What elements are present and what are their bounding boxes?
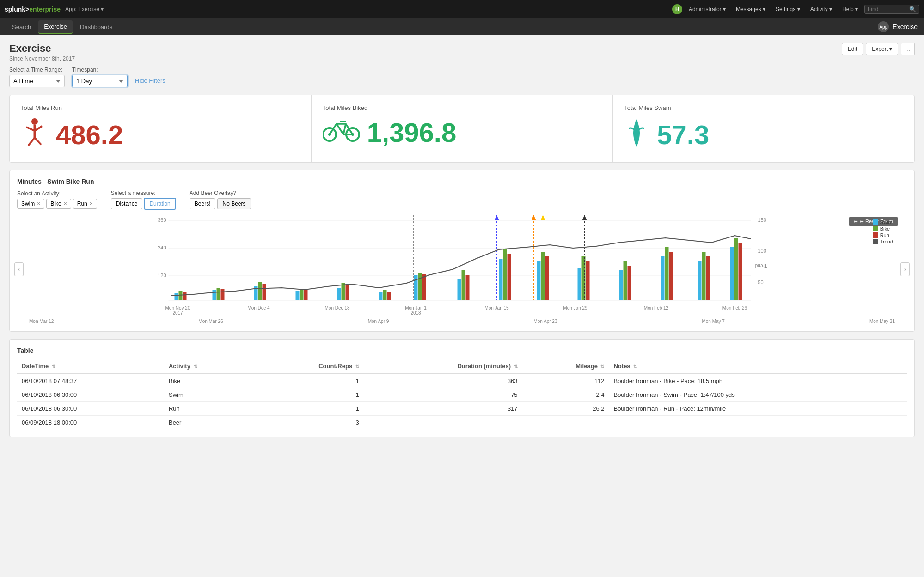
- dashboard-header: Exercise Since November 8th, 2017 Edit E…: [9, 43, 915, 62]
- table-body: 06/10/2018 07:48:37 Bike 1 363 112 Bould…: [17, 374, 907, 429]
- legend-trend-swatch: [873, 239, 878, 244]
- help-menu[interactable]: Help ▾: [838, 4, 862, 14]
- svg-rect-71: [706, 256, 710, 300]
- col-activity[interactable]: Activity ⇅: [164, 359, 250, 374]
- app-selector[interactable]: App: Exercise ▾: [65, 6, 104, 12]
- svg-text:Mon Dec 4: Mon Dec 4: [247, 305, 270, 310]
- svg-rect-58: [541, 252, 545, 300]
- svg-rect-74: [739, 243, 742, 300]
- svg-rect-47: [466, 275, 470, 300]
- activity-menu[interactable]: Activity ▾: [807, 4, 836, 14]
- svg-rect-27: [217, 288, 220, 300]
- duration-measure-button[interactable]: Duration: [144, 198, 175, 209]
- filters-row: Select a Time Range: All time Timespan: …: [9, 67, 915, 87]
- svg-rect-66: [661, 256, 665, 300]
- messages-menu[interactable]: Messages ▾: [732, 4, 769, 14]
- svg-rect-51: [503, 249, 507, 300]
- measure-control-group: Select a measure: Distance Duration: [111, 190, 176, 209]
- edit-button[interactable]: Edit: [842, 43, 863, 55]
- svg-rect-63: [619, 270, 623, 300]
- subnav-search[interactable]: Search: [6, 21, 37, 33]
- stat-run-label: Total Miles Run: [21, 104, 300, 111]
- hide-filters-link[interactable]: Hide Filters: [135, 77, 165, 84]
- swim-tag-remove[interactable]: ×: [37, 200, 40, 207]
- stat-run-number: 486.2: [56, 121, 123, 148]
- col-datetime[interactable]: DateTime ⇅: [17, 359, 164, 374]
- subnav-exercise[interactable]: Exercise: [38, 20, 73, 34]
- timespan-select[interactable]: 1 Day: [72, 75, 128, 87]
- sub-navigation: Search Exercise Dashboards App Exercise: [0, 18, 924, 35]
- svg-text:Mon Dec 18: Mon Dec 18: [325, 305, 350, 310]
- svg-text:Mon Feb 12: Mon Feb 12: [644, 305, 669, 310]
- chart-title: Minutes - Swim Bike Run: [17, 178, 907, 185]
- svg-rect-72: [730, 247, 734, 300]
- top-navigation: splunk>enterprise App: Exercise ▾ H Admi…: [0, 0, 924, 18]
- app-icon: App: [878, 21, 889, 32]
- bike-tag-remove[interactable]: ×: [64, 200, 67, 207]
- col-count[interactable]: Count/Reps ⇅: [250, 359, 364, 374]
- cell-count: 1: [250, 388, 364, 402]
- cell-mileage: 2.4: [522, 388, 609, 402]
- svg-rect-39: [383, 290, 387, 300]
- find-box[interactable]: 🔍: [864, 5, 919, 14]
- svg-rect-60: [578, 268, 581, 300]
- cell-datetime: 06/09/2018 18:00:00: [17, 416, 164, 430]
- svg-rect-50: [499, 259, 503, 300]
- cell-count: 1: [250, 374, 364, 388]
- svg-line-5: [35, 138, 41, 145]
- chart-legend: Swim Bike Run Trend: [873, 219, 893, 245]
- subnav-dashboards[interactable]: Dashboards: [74, 21, 118, 33]
- svg-text:150: 150: [758, 217, 766, 223]
- bike-tag[interactable]: Bike ×: [46, 199, 71, 209]
- activity-control-label: Select an Activity:: [17, 190, 97, 197]
- legend-run-label: Run: [880, 232, 889, 238]
- cell-duration: [364, 416, 522, 430]
- distance-measure-button[interactable]: Distance: [111, 198, 143, 209]
- run-tag-remove[interactable]: ×: [90, 200, 93, 207]
- find-input[interactable]: [868, 6, 909, 12]
- cell-duration: 363: [364, 374, 522, 388]
- svg-text:100: 100: [758, 248, 766, 254]
- x-label-mar26: Mon Mar 26: [198, 319, 223, 324]
- overlay-control-label: Add Beer Overlay?: [190, 190, 251, 196]
- run-tag[interactable]: Run ×: [73, 199, 97, 209]
- cell-count: 3: [250, 416, 364, 430]
- svg-rect-64: [624, 261, 627, 300]
- table-header: DateTime ⇅ Activity ⇅ Count/Reps ⇅ Durat…: [17, 359, 907, 374]
- admin-menu[interactable]: Administrator ▾: [685, 4, 729, 14]
- svg-rect-30: [258, 282, 262, 300]
- svg-rect-24: [179, 291, 183, 300]
- col-mileage[interactable]: Mileage ⇅: [522, 359, 609, 374]
- svg-rect-73: [734, 238, 738, 300]
- chart-controls: Select an Activity: Swim × Bike × Run × …: [17, 190, 907, 209]
- cell-activity: Swim: [164, 388, 250, 402]
- table-header-row: DateTime ⇅ Activity ⇅ Count/Reps ⇅ Durat…: [17, 359, 907, 374]
- no-beers-overlay-button[interactable]: No Beers: [217, 198, 251, 209]
- svg-rect-34: [304, 290, 308, 300]
- time-range-select[interactable]: All time: [9, 75, 65, 87]
- export-button[interactable]: Export ▾: [866, 43, 898, 55]
- cell-count: 1: [250, 402, 364, 416]
- overlay-control-group: Add Beer Overlay? Beers! No Beers: [190, 190, 251, 209]
- svg-rect-33: [300, 289, 304, 300]
- reset-zoom-icon: ⊕: [854, 219, 858, 225]
- legend-swim-swatch: [873, 219, 878, 225]
- beers-overlay-button[interactable]: Beers!: [190, 198, 216, 209]
- col-notes[interactable]: Notes ⇅: [609, 359, 907, 374]
- svg-rect-40: [387, 292, 391, 300]
- svg-text:2018: 2018: [410, 310, 421, 316]
- swim-tag[interactable]: Swim ×: [17, 199, 44, 209]
- col-duration[interactable]: Duration (minutes) ⇅: [364, 359, 522, 374]
- cell-mileage: 112: [522, 374, 609, 388]
- svg-text:360: 360: [158, 217, 166, 223]
- chart-nav-left-button[interactable]: ‹: [14, 262, 24, 276]
- settings-menu[interactable]: Settings ▾: [772, 4, 804, 14]
- chart-nav-right-button[interactable]: ›: [900, 262, 910, 276]
- cell-duration: 317: [364, 402, 522, 416]
- main-content: Exercise Since November 8th, 2017 Edit E…: [0, 35, 924, 444]
- splunk-brand2: enterprise: [29, 6, 61, 13]
- stat-bike-value-row: 1,396.8: [323, 117, 602, 148]
- more-button[interactable]: ...: [901, 43, 915, 55]
- notes-sort-icon: ⇅: [633, 364, 637, 369]
- cell-datetime: 06/10/2018 06:30:00: [17, 402, 164, 416]
